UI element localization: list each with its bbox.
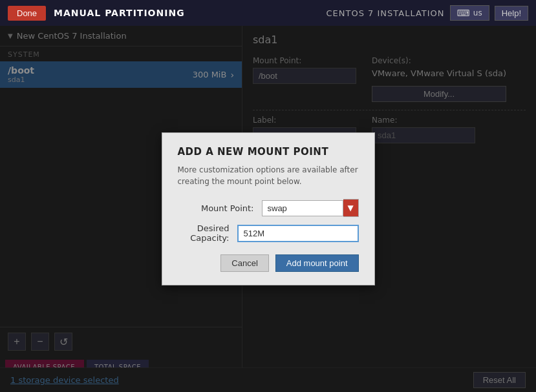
modal-mount-point-select[interactable]: swap /boot / /home /tmp /var: [262, 200, 343, 216]
modal-desired-capacity-label: Desired Capacity:: [178, 223, 237, 243]
modal-select-dropdown-icon[interactable]: ▼: [343, 199, 359, 217]
keyboard-icon: ⌨: [457, 8, 470, 18]
keyboard-indicator[interactable]: ⌨ us: [450, 5, 489, 21]
app-title: MANUAL PARTITIONING: [54, 8, 185, 18]
modal-description: More customization options are available…: [178, 164, 359, 187]
add-mount-point-modal: ADD A NEW MOUNT POINT More customization…: [162, 132, 375, 285]
modal-overlay: ADD A NEW MOUNT POINT More customization…: [0, 26, 536, 392]
help-button[interactable]: Help!: [495, 6, 528, 21]
modal-desired-capacity-input[interactable]: [237, 225, 359, 242]
modal-mount-point-field: Mount Point: swap /boot / /home /tmp /va…: [178, 199, 359, 217]
installation-title: CENTOS 7 INSTALLATION: [327, 8, 445, 18]
modal-add-mount-point-button[interactable]: Add mount point: [275, 254, 359, 272]
modal-title: ADD A NEW MOUNT POINT: [178, 146, 359, 158]
modal-desired-capacity-field: Desired Capacity:: [178, 223, 359, 243]
modal-mount-point-label: Mount Point:: [178, 203, 262, 213]
modal-cancel-button[interactable]: Cancel: [220, 254, 268, 272]
topbar: Done MANUAL PARTITIONING CENTOS 7 INSTAL…: [0, 0, 536, 26]
keyboard-lang: us: [473, 8, 482, 17]
done-button[interactable]: Done: [8, 6, 46, 21]
modal-mount-point-select-wrapper: swap /boot / /home /tmp /var ▼: [262, 199, 359, 217]
modal-buttons: Cancel Add mount point: [178, 254, 359, 272]
